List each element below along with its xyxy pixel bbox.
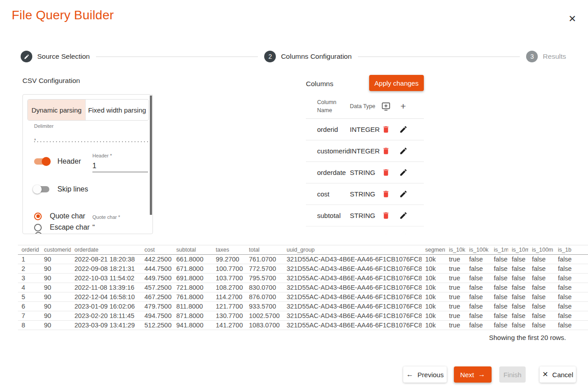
cell: orderdate: [71, 245, 141, 255]
edit-column-icon[interactable]: [394, 233, 413, 236]
toggle-knob: [33, 185, 42, 194]
cell: false: [466, 264, 490, 274]
cell: 2: [18, 264, 40, 274]
finish-button[interactable]: Finish: [499, 366, 526, 383]
preview-header-row: orderidcustomeridorderdatecostsubtotalta…: [18, 245, 588, 255]
scrollbar-thumb[interactable]: [150, 96, 152, 215]
cell: false: [554, 264, 588, 274]
edit-column-icon[interactable]: [394, 168, 413, 177]
cell: 90: [40, 292, 71, 302]
cancel-button-label: Cancel: [552, 371, 573, 379]
cell: false: [554, 255, 588, 264]
header-toggle[interactable]: [34, 158, 49, 165]
cell: false: [554, 274, 588, 283]
previous-button[interactable]: ← Previous: [403, 366, 447, 383]
delete-column-icon[interactable]: [378, 233, 394, 236]
column-name-header: Column Name: [317, 98, 350, 114]
cell: false: [528, 274, 554, 283]
cell: true: [445, 264, 466, 274]
step3-indicator: 3: [526, 51, 538, 62]
close-icon[interactable]: ✕: [566, 13, 579, 25]
table-row: 7902023-02-20 18:11:45494.7500871.800013…: [18, 311, 588, 321]
edit-column-icon[interactable]: [394, 190, 413, 198]
cell: cost: [141, 245, 173, 255]
cell: 2022-10-03 11:54:02: [71, 274, 141, 283]
add-column-icon[interactable]: +: [394, 100, 413, 113]
edit-column-icon[interactable]: [394, 147, 413, 155]
quote-field-input[interactable]: ": [92, 223, 95, 231]
edit-column-icon[interactable]: [394, 211, 413, 220]
column-type-cell: STRING: [350, 233, 378, 236]
apply-changes-button[interactable]: Apply changes: [369, 75, 424, 91]
column-row: taxes STRING: [306, 226, 424, 236]
delete-column-icon[interactable]: [378, 147, 394, 155]
data-type-header: Data Type: [350, 102, 378, 110]
cell: subtotal: [173, 245, 212, 255]
cell: 7: [18, 311, 40, 321]
quote-char-radio[interactable]: [34, 213, 42, 220]
toggle-knob: [42, 157, 51, 166]
tab-dynamic-parsing[interactable]: Dynamic parsing: [28, 100, 85, 120]
table-row: 5902022-12-04 16:58:10467.2500761.800011…: [18, 292, 588, 302]
cell: 10k: [422, 274, 445, 283]
delete-column-icon[interactable]: [378, 190, 394, 198]
cell: 3: [18, 274, 40, 283]
escape-char-radio[interactable]: [34, 224, 42, 231]
cell: 457.2500: [141, 283, 173, 292]
cell: 108.2700: [212, 283, 245, 292]
header-field-input[interactable]: 1: [92, 162, 96, 170]
preview-table-head: orderidcustomeridorderdatecostsubtotalta…: [18, 245, 588, 255]
step1-label: Source Selection: [37, 52, 90, 61]
add-to-queue-icon[interactable]: [378, 101, 394, 112]
column-type-cell: INTEGER: [350, 126, 378, 133]
cell: false: [490, 311, 508, 321]
clipped-radio[interactable]: [35, 232, 42, 234]
cell: 90: [40, 264, 71, 274]
step-results: 3 Results: [526, 51, 566, 62]
step-source-selection[interactable]: Source Selection: [21, 51, 90, 62]
cell: 10k: [422, 283, 445, 292]
cell: false: [508, 302, 528, 311]
cell: false: [508, 283, 528, 292]
delimiter-input[interactable]: ,: [34, 133, 36, 141]
cell: false: [508, 292, 528, 302]
column-name-cell: subtotal: [317, 212, 350, 219]
cell: false: [554, 292, 588, 302]
cell: 90: [40, 302, 71, 311]
cell: 494.7500: [141, 311, 173, 321]
wizard-stepper: Source Selection 2 Columns Configuration…: [21, 50, 566, 63]
next-button[interactable]: Next →: [454, 366, 492, 383]
cell: false: [508, 264, 528, 274]
cell: 10k: [422, 292, 445, 302]
cell: 671.8000: [173, 264, 212, 274]
delete-column-icon[interactable]: [378, 211, 394, 220]
cell: 2023-03-09 13:41:29: [71, 321, 141, 330]
edit-column-icon[interactable]: [394, 125, 413, 134]
cell: true: [445, 283, 466, 292]
arrow-right-icon: →: [478, 371, 485, 378]
stepper-connector: [358, 57, 520, 57]
cell: true: [445, 311, 466, 321]
cell: 811.8000: [173, 302, 212, 311]
cell: 772.5700: [245, 264, 283, 274]
cell: false: [508, 274, 528, 283]
columns-table-header: Column Name Data Type +: [306, 94, 424, 119]
delete-column-icon[interactable]: [378, 125, 394, 134]
delete-column-icon[interactable]: [378, 168, 394, 177]
cell: 99.2700: [212, 255, 245, 264]
csv-config-heading: CSV Configuration: [22, 77, 80, 85]
cell: 5: [18, 292, 40, 302]
column-name-cell: cost: [317, 190, 350, 198]
cell: true: [445, 302, 466, 311]
cell: 321D55AC-AD43-4B6E-AA46-6F1CB1076FC8: [283, 255, 422, 264]
cell: 321D55AC-AD43-4B6E-AA46-6F1CB1076FC8: [283, 302, 422, 311]
x-icon: ✕: [542, 371, 548, 378]
columns-table: Column Name Data Type + orderid INTEGER: [306, 94, 424, 236]
cell: false: [554, 311, 588, 321]
tab-fixed-width-parsing[interactable]: Fixed width parsing: [85, 100, 148, 120]
step-columns-configuration[interactable]: 2 Columns Configuration: [264, 51, 352, 62]
cancel-button[interactable]: ✕ Cancel: [540, 366, 576, 383]
skip-lines-toggle[interactable]: [34, 186, 49, 192]
column-type-cell: STRING: [350, 190, 378, 198]
cell: false: [490, 274, 508, 283]
